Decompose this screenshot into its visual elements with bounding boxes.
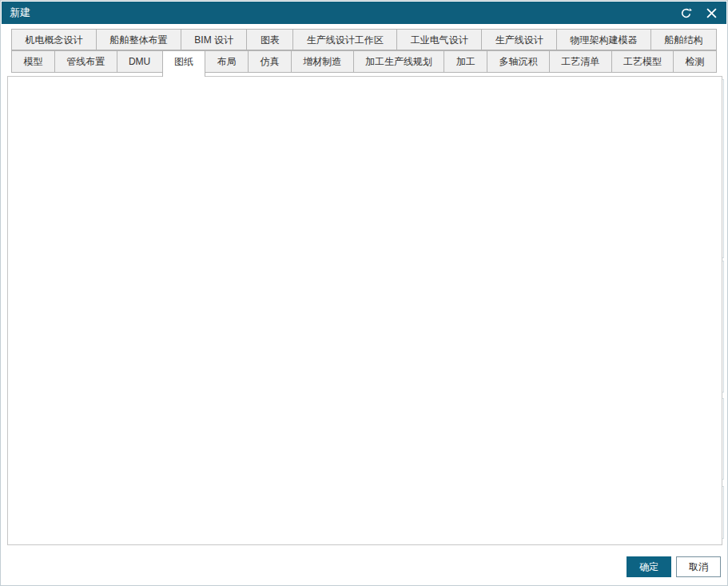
tab-line-designer-workarea[interactable]: 生产线设计工作区 bbox=[292, 29, 397, 50]
tab-process-list[interactable]: 工艺清单 bbox=[549, 50, 612, 73]
reset-icon[interactable] bbox=[678, 6, 693, 20]
tab-manufacturing[interactable]: 加工 bbox=[444, 50, 487, 73]
dialog-title: 新建 bbox=[10, 6, 30, 20]
close-icon[interactable] bbox=[704, 6, 718, 20]
titlebar-icons bbox=[678, 6, 718, 20]
tab-bim-design[interactable]: BIM 设计 bbox=[181, 29, 248, 50]
new-dialog: 新建 机电概念设计 船舶整体布置 BIM 设计 图表 生产线设计工作区 工业电气… bbox=[0, 0, 728, 586]
tab-piping[interactable]: 管线布置 bbox=[54, 50, 117, 73]
tab-row-2: 模型 管线布置 DMU 图纸 布局 仿真 增材制造 加工生产线规划 加工 多轴沉… bbox=[11, 50, 717, 77]
tab-process-model[interactable]: 工艺模型 bbox=[611, 50, 674, 73]
ok-button[interactable]: 确定 bbox=[627, 556, 671, 577]
tab-production-line-design[interactable]: 生产线设计 bbox=[481, 29, 557, 50]
tab-inspection[interactable]: 检测 bbox=[673, 50, 717, 73]
tab-machining-line-planner[interactable]: 加工生产线规划 bbox=[353, 50, 445, 73]
titlebar: 新建 bbox=[2, 2, 726, 24]
tab-drafting-active[interactable]: 图纸 bbox=[162, 50, 206, 77]
tab-ship-general-arrangement[interactable]: 船舶整体布置 bbox=[96, 29, 181, 50]
tab-mechatronics-concept[interactable]: 机电概念设计 bbox=[11, 29, 97, 50]
tab-physical-architecture[interactable]: 物理架构建模器 bbox=[556, 29, 651, 50]
tab-industrial-electrical[interactable]: 工业电气设计 bbox=[396, 29, 482, 50]
tab-dmu[interactable]: DMU bbox=[117, 50, 163, 73]
tab-model[interactable]: 模型 bbox=[11, 50, 55, 73]
tab-row-1: 机电概念设计 船舶整体布置 BIM 设计 图表 生产线设计工作区 工业电气设计 … bbox=[11, 29, 717, 50]
tab-page bbox=[7, 76, 722, 545]
tab-simulation[interactable]: 仿真 bbox=[248, 50, 292, 73]
tab-multi-axis-deposition[interactable]: 多轴沉积 bbox=[487, 50, 550, 73]
tab-diagramming[interactable]: 图表 bbox=[246, 29, 293, 50]
tab-additive-manufacturing[interactable]: 增材制造 bbox=[291, 50, 354, 73]
tab-ship-structure[interactable]: 船舶结构 bbox=[650, 29, 717, 50]
cancel-button[interactable]: 取消 bbox=[676, 556, 721, 577]
tab-layout[interactable]: 布局 bbox=[205, 50, 249, 73]
